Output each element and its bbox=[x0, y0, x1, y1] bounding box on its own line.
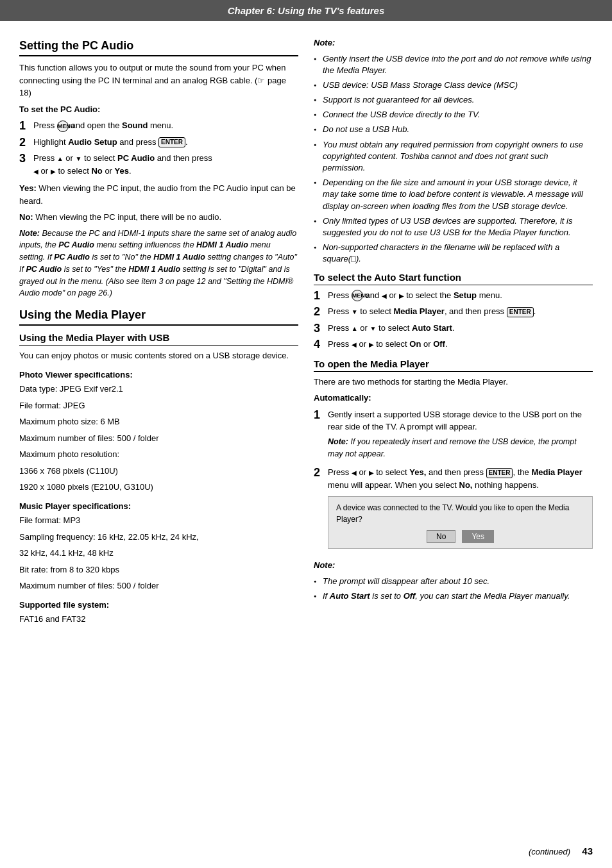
setting-pc-audio-section: Setting the PC Audio This function allow… bbox=[19, 39, 298, 299]
auto-start-step-number-1: 1 bbox=[314, 289, 325, 303]
arrow-down-icon-2 bbox=[352, 306, 358, 316]
open-media-title: To open the Media Player bbox=[314, 358, 593, 372]
auto-start-step-2-content: Press to select Media Player, and then p… bbox=[328, 305, 593, 318]
dialog-text: A device was connected to the TV. Would … bbox=[336, 502, 584, 525]
arrow-left-icon bbox=[33, 166, 38, 176]
menu-btn-icon-2: MENU bbox=[352, 290, 363, 301]
open-media-step-number-1: 1 bbox=[314, 408, 325, 422]
step-2: 2 Highlight Audio Setup and press ENTER. bbox=[19, 136, 298, 150]
music-spec-0: File format: MP3 bbox=[19, 514, 298, 527]
auto-start-ref: Auto Start bbox=[330, 591, 370, 601]
arrow-left-icon-2 bbox=[382, 290, 387, 300]
final-note-bullets: The prompt will disappear after about 10… bbox=[314, 576, 593, 602]
left-column: Setting the PC Audio This function allow… bbox=[19, 33, 298, 630]
auto-start-label: Auto Start bbox=[412, 323, 452, 333]
step-1: 1 Press MENU and open the Sound menu. bbox=[19, 119, 298, 133]
step-1-content: Press MENU and open the Sound menu. bbox=[33, 119, 298, 132]
enter-btn-icon-3: ENTER bbox=[486, 468, 513, 478]
no-label: No bbox=[91, 166, 102, 176]
usb-note-label: Note bbox=[314, 38, 332, 47]
usb-bullet-5: You must obtain any required permission … bbox=[314, 139, 593, 174]
open-media-step-1: 1 Gently insert a supported USB storage … bbox=[314, 408, 593, 464]
off-label: Off bbox=[433, 339, 445, 349]
no-description: No: When viewing the PC input, there wil… bbox=[19, 211, 298, 224]
photo-specs-list: Data type: JPEG Exif ver2.1 File format:… bbox=[19, 383, 298, 494]
dialog-yes-button[interactable]: Yes bbox=[462, 530, 494, 543]
step-number-1: 1 bbox=[19, 119, 31, 133]
photo-spec-2: Maximum photo size: 6 MB bbox=[19, 415, 298, 428]
music-specs-list: File format: MP3 Sampling frequency: 16 … bbox=[19, 514, 298, 592]
auto-start-steps: 1 Press MENU and or to select the Setup … bbox=[314, 289, 593, 352]
arrow-right-icon-4 bbox=[369, 467, 374, 477]
to-set-label: To set the PC Audio: bbox=[19, 103, 298, 116]
media-player-usb-subtitle: Using the Media Player with USB bbox=[19, 332, 298, 346]
open-media-step-2: 2 Press or to select Yes, and then press… bbox=[314, 466, 593, 554]
step-3: 3 Press or to select PC Audio and then p… bbox=[19, 152, 298, 177]
music-specs-title: Music Player specifications: bbox=[19, 500, 298, 513]
final-bullet-0: The prompt will disappear after about 10… bbox=[314, 576, 593, 587]
open-media-intro: There are two methods for starting the M… bbox=[314, 376, 593, 388]
final-note-label: Note: bbox=[314, 560, 335, 570]
open-media-player-section: To open the Media Player There are two m… bbox=[314, 358, 593, 602]
auto-start-step-3-content: Press or to select Auto Start. bbox=[328, 322, 593, 335]
dialog-no-button[interactable]: No bbox=[427, 530, 455, 543]
arrow-right-icon-3 bbox=[369, 339, 374, 349]
auto-start-title: To select the Auto Start function bbox=[314, 272, 593, 285]
auto-start-step-number-3: 3 bbox=[314, 322, 325, 336]
chapter-title: Chapter 6: Using the TV's features bbox=[228, 5, 384, 16]
yes-label: Yes bbox=[115, 166, 129, 176]
usb-bullet-6: Depending on the file size and amount in… bbox=[314, 177, 593, 212]
arrow-up-icon bbox=[57, 153, 64, 163]
photo-spec-1: File format: JPEG bbox=[19, 399, 298, 412]
step-2-content: Highlight Audio Setup and press ENTER. bbox=[33, 136, 298, 149]
on-label: On bbox=[409, 339, 421, 349]
auto-start-step-number-4: 4 bbox=[314, 338, 325, 352]
note-label: Note: bbox=[19, 229, 40, 238]
photo-spec-0: Data type: JPEG Exif ver2.1 bbox=[19, 383, 298, 396]
arrow-right-icon-2 bbox=[399, 290, 404, 300]
auto-start-step-4: 4 Press or to select On or Off. bbox=[314, 338, 593, 352]
photo-spec-3: Maximum number of files: 500 / folder bbox=[19, 432, 298, 445]
arrow-left-icon-3 bbox=[352, 339, 357, 349]
arrow-right-icon bbox=[51, 166, 56, 176]
pc-audio-intro: This function allows you to output or mu… bbox=[19, 62, 298, 99]
sound-menu-label: Sound bbox=[122, 121, 148, 130]
media-player-label: Media Player bbox=[393, 306, 445, 316]
note-body: Because the PC and HDMI-1 inputs share t… bbox=[19, 229, 297, 298]
open-media-step-number-2: 2 bbox=[314, 466, 325, 480]
photo-specs-title: Photo Viewer specifications: bbox=[19, 369, 298, 381]
music-spec-3: Bit rate: from 8 to 320 kbps bbox=[19, 563, 298, 576]
pc-audio-steps: 1 Press MENU and open the Sound menu. 2 … bbox=[19, 119, 298, 177]
auto-start-step-1-content: Press MENU and or to select the Setup me… bbox=[328, 289, 593, 302]
right-column: Note: Gently insert the USB device into … bbox=[314, 33, 593, 630]
filesystem-text: FAT16 and FAT32 bbox=[19, 613, 298, 626]
final-note-section: Note: The prompt will disappear after ab… bbox=[314, 559, 593, 602]
pc-audio-note: Note: Because the PC and HDMI-1 inputs s… bbox=[19, 228, 298, 300]
media-player-title: Using the Media Player bbox=[19, 308, 298, 326]
setup-menu-label: Setup bbox=[454, 290, 477, 300]
usb-bullet-4: Do not use a USB Hub. bbox=[314, 124, 593, 135]
open-media-step-2-content: Press or to select Yes, and then press E… bbox=[328, 466, 593, 554]
hdmi1-audio-label2: HDMI 1 Audio bbox=[153, 253, 205, 262]
usb-bullet-2: Support is not guaranteed for all device… bbox=[314, 94, 593, 106]
step-number-2: 2 bbox=[19, 136, 31, 150]
auto-start-step-3: 3 Press or to select Auto Start. bbox=[314, 322, 593, 336]
automatically-label: Automatically: bbox=[314, 392, 593, 405]
media-player-intro: You can enjoy photos or music contents s… bbox=[19, 349, 298, 362]
photo-spec-4: Maximum photo resolution: bbox=[19, 448, 298, 461]
auto-start-step-1: 1 Press MENU and or to select the Setup … bbox=[314, 289, 593, 303]
hdmi1-audio-label1: HDMI 1 Audio bbox=[196, 240, 248, 249]
auto-start-step-2: 2 Press to select Media Player, and then… bbox=[314, 305, 593, 319]
pc-audio-note-label1: PC Audio bbox=[58, 240, 94, 249]
pc-audio-note-label3: PC Audio bbox=[26, 265, 62, 274]
photo-spec-6: 1920 x 1080 pixels (E210U, G310U) bbox=[19, 481, 298, 494]
final-bullet-1: If Auto Start is set to Off, you can sta… bbox=[314, 590, 593, 602]
usb-bullet-0: Gently insert the USB device into the po… bbox=[314, 53, 593, 76]
page-number: 43 bbox=[582, 846, 593, 856]
enter-btn-icon-2: ENTER bbox=[507, 307, 534, 317]
usb-note-section: Note: Gently insert the USB device into … bbox=[314, 37, 593, 265]
menu-button-icon: MENU bbox=[57, 121, 69, 132]
auto-start-step-4-content: Press or to select On or Off. bbox=[328, 338, 593, 351]
yes-select-label: Yes, bbox=[409, 467, 426, 477]
using-media-player-section: Using the Media Player Using the Media P… bbox=[19, 308, 298, 626]
